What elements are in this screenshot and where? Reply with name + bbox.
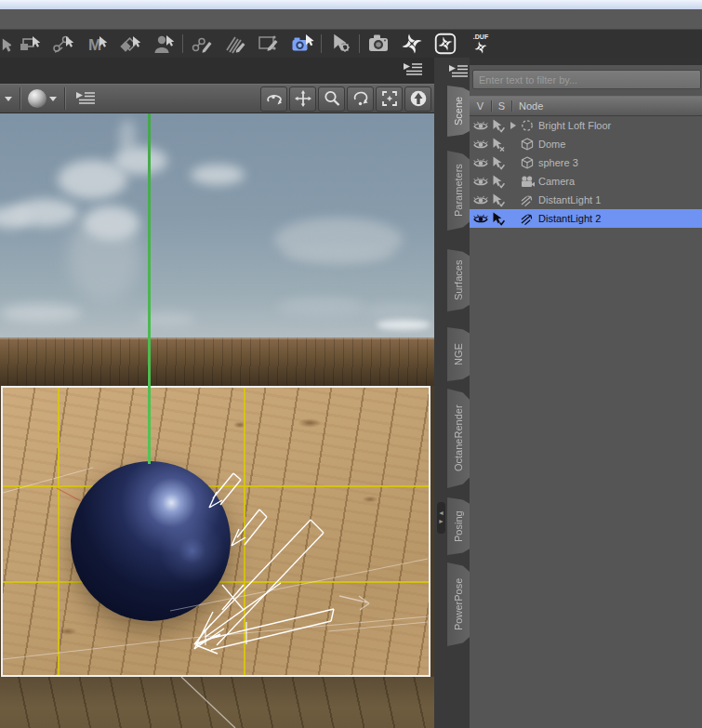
distant-light-gizmo[interactable]	[3, 388, 429, 675]
cloud	[377, 320, 430, 330]
cloud	[0, 304, 82, 323]
group-icon	[521, 119, 534, 132]
y-axis-line	[148, 113, 151, 464]
cloud	[191, 165, 245, 185]
tab-nge[interactable]: NGE	[447, 327, 470, 381]
daz-studio-window: M	[0, 0, 702, 728]
up-arrow-circle-icon	[409, 89, 428, 108]
render-button[interactable]	[362, 31, 395, 57]
scene-row-camera[interactable]: Camera	[470, 172, 702, 191]
aim-button[interactable]	[404, 86, 431, 112]
cursor-check-icon[interactable]	[492, 193, 506, 207]
bone-selection-icon	[51, 32, 75, 56]
viewport-toolbar-separator	[64, 87, 65, 110]
scene-list: Bright Loft Floor Dome sphere 3	[470, 116, 702, 228]
scene-row-sphere-3[interactable]: sphere 3	[470, 153, 702, 172]
frame-button[interactable]	[376, 86, 403, 112]
distant-light-icon	[520, 213, 534, 225]
node-label: Dome	[536, 139, 565, 150]
octane-duf-spinner-icon	[473, 40, 488, 55]
polygon-group-editor-tool-button[interactable]	[219, 31, 252, 57]
viewport-toolbar	[0, 84, 434, 113]
tab-parameters[interactable]: Parameters	[447, 151, 470, 231]
tab-scene[interactable]: Scene	[447, 86, 470, 137]
octane-render-button[interactable]	[395, 31, 429, 57]
camera-select-dropdown[interactable]	[0, 86, 17, 112]
column-header-visibility[interactable]: V	[470, 100, 492, 112]
scene-row-bright-loft-floor[interactable]: Bright Loft Floor	[470, 116, 702, 135]
pane-splitter[interactable]: ◄► Scene Parameters Surfaces NGE OctaneR…	[434, 58, 470, 728]
cloud	[119, 119, 136, 156]
eye-icon[interactable]	[473, 121, 488, 131]
cloud	[284, 244, 393, 262]
toolbar-separator	[359, 34, 360, 53]
pan-icon	[294, 89, 312, 108]
cursor-check-icon[interactable]	[492, 175, 506, 189]
canvas-editor-tool-button[interactable]	[252, 31, 285, 57]
distant-light-icon	[520, 194, 534, 206]
cloud	[364, 305, 428, 320]
sky	[0, 113, 434, 338]
viewport-pane	[0, 58, 434, 728]
viewport-3d[interactable]	[0, 113, 434, 728]
eye-icon[interactable]	[473, 195, 488, 205]
main-toolbar: M	[0, 30, 702, 58]
scene-row-distantlight-2[interactable]: DistantLight 2	[470, 209, 702, 228]
figure-selection-tool-button[interactable]	[147, 31, 180, 57]
column-header-selectability[interactable]: S	[492, 100, 512, 112]
cursor-check-icon[interactable]	[492, 119, 506, 133]
tab-powerpose[interactable]: PowerPose	[447, 563, 470, 646]
surface-selection-icon	[118, 32, 142, 56]
cloud	[0, 206, 31, 229]
eye-icon[interactable]	[473, 139, 488, 150]
cursor-check-icon[interactable]	[492, 212, 506, 226]
orbit-button[interactable]	[260, 86, 287, 112]
scene-panel: V S Node Bright Loft Floor Dome	[470, 65, 702, 728]
scene-row-distantlight-1[interactable]: DistantLight 1	[470, 191, 702, 209]
frame-brackets-icon	[380, 89, 399, 108]
cursor-x-icon[interactable]	[492, 138, 506, 152]
camera-view-frame	[1, 386, 430, 677]
bone-selection-tool-button[interactable]	[46, 31, 80, 57]
cursor-check-icon[interactable]	[492, 156, 506, 170]
canvas-pencil-icon	[257, 32, 281, 56]
window-top-strip	[0, 0, 702, 9]
rotate-button[interactable]	[347, 86, 374, 112]
viewport-toolbar-separator	[20, 87, 20, 110]
drawstyle-button[interactable]	[23, 86, 61, 112]
pan-button[interactable]	[289, 86, 316, 112]
partial-tool-button[interactable]	[0, 31, 13, 57]
scene-row-dome[interactable]: Dome	[470, 135, 702, 153]
filter-input[interactable]	[472, 70, 701, 89]
viewport-pane-menu-icon[interactable]	[403, 61, 423, 78]
m-tool-icon: M	[85, 32, 109, 56]
figure-selection-icon	[152, 32, 176, 56]
eye-icon[interactable]	[473, 158, 488, 168]
octane-spinner-icon	[400, 32, 424, 56]
surface-selection-tool-button[interactable]	[113, 31, 147, 57]
tab-surfaces[interactable]: Surfaces	[447, 249, 470, 311]
eye-icon[interactable]	[473, 177, 488, 187]
spot-render-tool-button[interactable]	[285, 31, 319, 57]
tab-posing[interactable]: Posing	[447, 497, 470, 555]
scene-list-header: V S Node	[470, 96, 702, 116]
tool-settings-button[interactable]	[324, 31, 357, 57]
duf-label: .DUF	[473, 33, 488, 40]
splitter-collapse-handle[interactable]: ◄►	[437, 502, 445, 534]
eye-icon[interactable]	[473, 214, 488, 224]
node-label: DistantLight 1	[536, 194, 601, 205]
cube-icon	[521, 156, 534, 169]
zoom-button[interactable]	[318, 86, 345, 112]
octane-viewport-button[interactable]	[429, 31, 462, 57]
node-selection-tool-button[interactable]	[13, 31, 46, 57]
viewport-options-menu-icon[interactable]	[75, 90, 96, 107]
octane-duf-button[interactable]: .DUF	[462, 31, 499, 57]
camera-icon	[520, 176, 535, 188]
cube-icon	[521, 138, 534, 151]
column-header-node[interactable]: Node	[512, 100, 543, 112]
expand-arrow-icon[interactable]	[510, 122, 516, 129]
toolbar-separator	[321, 34, 322, 53]
tab-octanerender[interactable]: OctaneRender	[447, 389, 470, 488]
joint-editor-tool-button[interactable]	[185, 31, 219, 57]
m-selection-tool-button[interactable]: M	[80, 31, 113, 57]
